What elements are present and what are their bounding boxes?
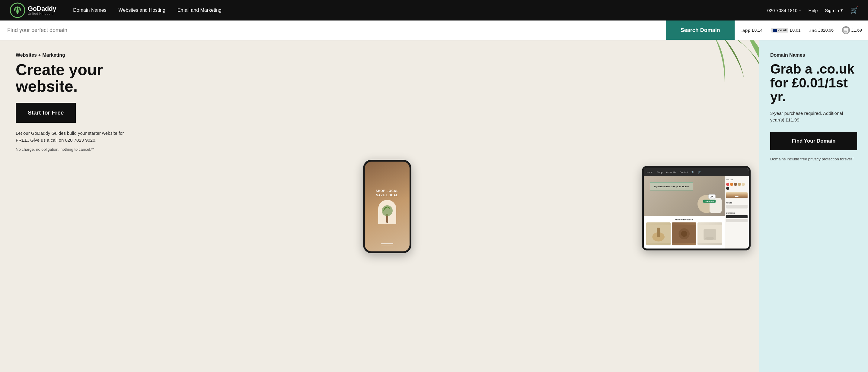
- svg-point-16: [705, 237, 714, 240]
- tablet-products-grid: [646, 223, 722, 245]
- tablet-featured-title: Featured Products: [646, 218, 722, 221]
- right-category-label: Domain Names: [770, 53, 857, 58]
- navbar: GoDaddy United Kingdom Domain Names Webs…: [0, 0, 868, 21]
- tablet-nav-home: Home: [647, 171, 653, 173]
- main-navigation: Domain Names Websites and Hosting Email …: [67, 0, 767, 21]
- inc-price: £820.96: [818, 28, 834, 33]
- svg-rect-3: [844, 29, 848, 29]
- color-swatches: [726, 183, 748, 190]
- svg-rect-5: [844, 31, 847, 32]
- sidebar-fonts-title: Fonts: [726, 202, 748, 204]
- svg-rect-4: [844, 30, 846, 30]
- swatch-brown: [734, 183, 737, 186]
- gradient-bar: [726, 192, 748, 198]
- tablet-main-area: Signature items for your home. AA Shop n…: [644, 176, 725, 249]
- price-item-inc[interactable]: .inc £820.96: [809, 28, 833, 33]
- phone-screen: SHOP LOCALSAVE LOCAL: [365, 162, 409, 251]
- phone-mockup: SHOP LOCALSAVE LOCAL: [363, 160, 411, 253]
- tablet-product-3: [698, 223, 722, 245]
- tablet-hero-image: Signature items for your home. AA Shop n…: [644, 176, 725, 216]
- sidebar-color-title: Color: [726, 179, 748, 180]
- signin-chevron-icon: ▾: [840, 7, 843, 13]
- help-link[interactable]: Help: [808, 8, 817, 13]
- swatch-orange: [730, 183, 733, 186]
- start-free-button[interactable]: Start for Free: [16, 103, 76, 123]
- godaddy-logo-icon: [10, 2, 25, 18]
- search-domain-button[interactable]: Search Domain: [666, 21, 735, 40]
- svg-rect-10: [657, 228, 660, 237]
- hero-right-panel: Domain Names Grab a .co.uk for £0.01/1st…: [760, 40, 868, 372]
- phone-arch-decoration: [378, 200, 396, 224]
- swatch-red: [726, 183, 729, 186]
- privacy-note: Domains include free privacy protection …: [770, 156, 857, 162]
- tablet-nav-search-icon: 🔍: [691, 171, 694, 173]
- tablet-sidebar: Color: [725, 176, 749, 249]
- swatch-dark: [726, 187, 729, 190]
- tablet-hero-text: Signature items for your home.: [650, 182, 693, 191]
- nav-right-actions: 020 7084 1810 ▾ Help Sign In ▾ 🛒: [767, 6, 858, 14]
- hero-left-panel: Websites + Marketing Create your website…: [0, 40, 760, 372]
- app-price: £8.14: [752, 28, 763, 33]
- hero-small-print: No charge, no obligation, nothing to can…: [16, 147, 136, 151]
- phone-number-text: 020 7084 1810: [767, 8, 797, 13]
- plant-svg-icon: [669, 40, 760, 113]
- find-domain-button[interactable]: Find Your Domain: [770, 132, 857, 150]
- swatch-beige: [742, 183, 745, 186]
- signin-label: Sign In: [825, 8, 839, 13]
- tablet-mockup: Home Shop About Us Contact 🔍 🛒: [642, 166, 751, 250]
- tablet-product-2: [672, 223, 696, 245]
- right-title: Grab a .co.uk for £0.01/1st yr.: [770, 62, 857, 104]
- phone-lines-decoration: [381, 243, 393, 245]
- hero-description: Let our GoDaddy Guides build your starte…: [16, 130, 124, 143]
- couk-badge: .co.uk: [771, 28, 788, 33]
- co-disk-icon: [842, 26, 850, 34]
- phone-text: SHOP LOCALSAVE LOCAL: [376, 189, 398, 198]
- domain-prices-section: .app £8.14 .co.uk £0.01 .inc £820.96: [735, 21, 868, 40]
- price-item-couk[interactable]: .co.uk £0.01: [771, 28, 801, 33]
- tablet-nav-about: About Us: [666, 171, 676, 173]
- price-item-app[interactable]: .app £8.14: [741, 28, 763, 33]
- cart-icon[interactable]: 🛒: [850, 6, 858, 14]
- hero-category-label: Websites + Marketing: [16, 53, 136, 58]
- logo[interactable]: GoDaddy United Kingdom: [10, 2, 56, 18]
- inc-ext: .inc: [809, 28, 817, 33]
- signin-button[interactable]: Sign In ▾: [825, 7, 843, 13]
- phone-number[interactable]: 020 7084 1810 ▾: [767, 8, 801, 13]
- svg-point-13: [681, 231, 687, 237]
- tablet-nav-shop: Shop: [657, 171, 662, 173]
- co-price: £1.69: [851, 28, 862, 33]
- tablet-nav-contact: Contact: [680, 171, 688, 173]
- nav-websites-hosting[interactable]: Websites and Hosting: [113, 0, 172, 21]
- nav-domain-names[interactable]: Domain Names: [67, 0, 112, 21]
- search-row: Search Domain .app £8.14 .co.uk £0.01 .i…: [0, 21, 868, 40]
- gradient-handle: [735, 196, 739, 197]
- search-input[interactable]: [0, 21, 666, 40]
- devices-area: SHOP LOCALSAVE LOCAL: [319, 40, 760, 372]
- logo-region: United Kingdom: [28, 12, 56, 15]
- tablet-nav-bar: Home Shop About Us Contact 🔍 🛒: [644, 168, 749, 176]
- tablet-screen: Home Shop About Us Contact 🔍 🛒: [644, 168, 749, 249]
- sidebar-buttons-title: Buttons: [726, 212, 748, 214]
- hero-title: Create your website.: [16, 62, 136, 94]
- logo-wordmark: GoDaddy: [28, 5, 56, 12]
- price-item-co[interactable]: £1.69: [842, 26, 862, 34]
- hero-text-block: Websites + Marketing Create your website…: [16, 53, 136, 151]
- tablet-featured-section: Featured Products: [644, 216, 725, 249]
- right-description: 3-year purchase required. Additional yea…: [770, 110, 857, 124]
- search-section: Search Domain: [0, 21, 735, 40]
- nav-email-marketing[interactable]: Email and Marketing: [172, 0, 227, 21]
- phone-chevron-icon: ▾: [799, 8, 801, 12]
- app-ext: .app: [741, 28, 751, 33]
- tablet-body: Signature items for your home. AA Shop n…: [644, 176, 749, 249]
- tablet-product-1: [646, 223, 671, 245]
- uk-flag-icon: [773, 29, 777, 32]
- swatch-tan: [738, 183, 741, 186]
- couk-price: £0.01: [790, 28, 800, 33]
- main-content: Websites + Marketing Create your website…: [0, 40, 868, 372]
- tablet-nav-cart-icon: 🛒: [698, 171, 701, 173]
